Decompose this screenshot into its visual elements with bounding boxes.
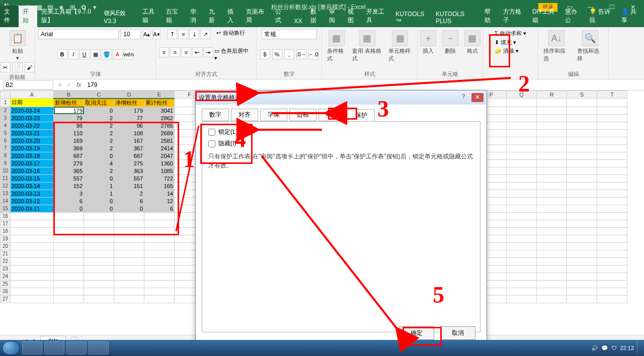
cell[interactable] bbox=[537, 288, 567, 295]
cell[interactable]: 96 bbox=[114, 122, 144, 129]
cell[interactable]: 1 bbox=[84, 182, 114, 190]
cell[interactable] bbox=[11, 220, 54, 227]
dialog-tab-protect[interactable]: 保护 bbox=[348, 109, 375, 122]
cell[interactable] bbox=[567, 273, 597, 280]
cell[interactable] bbox=[537, 295, 567, 303]
task-icon[interactable] bbox=[44, 341, 64, 354]
font-name[interactable] bbox=[38, 29, 119, 39]
cancel-button[interactable]: 取消 bbox=[440, 326, 475, 340]
cell[interactable]: 2 bbox=[84, 129, 114, 137]
cell[interactable] bbox=[11, 295, 54, 303]
cell[interactable]: 557 bbox=[114, 174, 144, 182]
cell[interactable] bbox=[84, 265, 114, 273]
clock[interactable]: 22:12 bbox=[620, 345, 634, 351]
underline-icon[interactable]: U bbox=[79, 49, 90, 59]
cell[interactable] bbox=[84, 227, 114, 235]
cell[interactable]: 722 bbox=[144, 174, 175, 182]
cell[interactable]: 0 bbox=[54, 205, 84, 212]
cell[interactable] bbox=[114, 250, 144, 257]
cell[interactable] bbox=[54, 280, 84, 288]
checkbox-hide[interactable] bbox=[208, 140, 215, 147]
align-middle-icon[interactable]: ≡ bbox=[178, 29, 188, 39]
tray-icon[interactable]: 🔊 bbox=[591, 345, 598, 351]
cell[interactable] bbox=[597, 295, 627, 303]
cell[interactable] bbox=[597, 220, 627, 227]
cell[interactable]: 110 bbox=[54, 129, 84, 137]
cell[interactable] bbox=[11, 250, 54, 257]
cell[interactable] bbox=[507, 280, 537, 288]
cell[interactable]: 0 bbox=[84, 197, 114, 205]
cell[interactable] bbox=[567, 250, 597, 257]
cell[interactable] bbox=[114, 265, 144, 273]
cell[interactable] bbox=[114, 227, 144, 235]
cell[interactable] bbox=[114, 280, 144, 288]
cell[interactable]: 165 bbox=[144, 182, 175, 190]
cell[interactable]: 2581 bbox=[144, 137, 175, 144]
cell[interactable] bbox=[537, 280, 567, 288]
cell[interactable] bbox=[114, 295, 144, 303]
cell[interactable] bbox=[84, 242, 114, 250]
cell[interactable] bbox=[507, 265, 537, 273]
cell[interactable]: 2 bbox=[84, 114, 114, 122]
cell[interactable] bbox=[537, 265, 567, 273]
tab-wmj[interactable]: 完美工具箱【9.7.0版】 bbox=[37, 6, 100, 27]
tab-lfe[interactable]: 领风E效V3.3 bbox=[100, 7, 138, 27]
cell[interactable] bbox=[144, 242, 175, 250]
fill[interactable]: ⬇ 填充 ▾ bbox=[495, 38, 526, 47]
cell[interactable] bbox=[11, 288, 54, 295]
cell[interactable] bbox=[54, 295, 84, 303]
cell[interactable]: 12 bbox=[144, 197, 175, 205]
tab-home[interactable]: 开始 bbox=[19, 6, 37, 27]
copy-icon[interactable]: 📄 bbox=[13, 62, 23, 72]
cell[interactable] bbox=[507, 220, 537, 227]
cell[interactable] bbox=[537, 273, 567, 280]
dialog-tab-number[interactable]: 数字 bbox=[202, 109, 229, 121]
cell[interactable] bbox=[114, 257, 144, 265]
task-icon[interactable] bbox=[22, 341, 42, 354]
cell[interactable]: 367 bbox=[114, 144, 144, 152]
cell[interactable]: 6 bbox=[144, 205, 175, 212]
tab-view[interactable]: 视图 bbox=[344, 6, 362, 27]
cell-date[interactable]: 2020-03-24 bbox=[11, 107, 54, 114]
increase-font-icon[interactable]: A▴ bbox=[143, 29, 150, 39]
align-right-icon[interactable]: ≡ bbox=[181, 47, 191, 57]
tab-jx[interactable]: 九新 bbox=[205, 6, 223, 27]
cell[interactable] bbox=[54, 220, 84, 227]
tab-xx[interactable]: XX bbox=[290, 16, 306, 27]
tab-hr[interactable]: 华润 bbox=[186, 6, 205, 27]
cell[interactable] bbox=[84, 235, 114, 242]
dialog-tab-fill[interactable]: 填充 bbox=[318, 109, 346, 121]
tab-review[interactable]: 审阅 bbox=[325, 6, 344, 27]
cell[interactable]: 179 bbox=[114, 107, 144, 114]
cell[interactable]: 279 bbox=[54, 159, 84, 167]
border-icon[interactable]: ▦ bbox=[91, 49, 101, 59]
cell-date[interactable]: 2020-03-20 bbox=[11, 137, 54, 144]
currency-icon[interactable]: $ bbox=[260, 49, 270, 59]
dec-decimal-icon[interactable]: ←.0 bbox=[308, 49, 318, 59]
tell-me[interactable]: 💡 告诉我 bbox=[585, 6, 617, 27]
indent-dec-icon[interactable]: ⇤ bbox=[192, 47, 202, 57]
cell[interactable]: 6 bbox=[54, 197, 84, 205]
cell[interactable]: 1360 bbox=[144, 159, 175, 167]
cell[interactable] bbox=[114, 220, 144, 227]
cell[interactable]: 3041 bbox=[144, 107, 175, 114]
fx-cancel-icon[interactable]: ✕ bbox=[55, 81, 64, 88]
percent-icon[interactable]: % bbox=[272, 49, 282, 59]
tab-dev[interactable]: 开发工具 bbox=[362, 6, 391, 27]
cell[interactable] bbox=[537, 227, 567, 235]
col-head-R[interactable]: R bbox=[537, 91, 567, 99]
cell[interactable] bbox=[597, 212, 627, 220]
cell[interactable] bbox=[567, 212, 597, 220]
indent-inc-icon[interactable]: ⇥ bbox=[203, 47, 213, 57]
align-bottom-icon[interactable]: ⤓ bbox=[189, 29, 199, 39]
cell[interactable] bbox=[144, 295, 175, 303]
font-size[interactable] bbox=[121, 29, 141, 39]
fill-color-icon[interactable]: 🪣 bbox=[102, 49, 112, 59]
cell[interactable] bbox=[507, 295, 537, 303]
cell[interactable]: 0 bbox=[114, 205, 144, 212]
cell[interactable]: 2689 bbox=[144, 129, 175, 137]
cell[interactable] bbox=[567, 235, 597, 242]
cut-icon[interactable]: ✂ bbox=[1, 62, 11, 72]
cell[interactable]: 0 bbox=[84, 205, 114, 212]
clear[interactable]: 🧽 清除 ▾ bbox=[495, 47, 526, 56]
